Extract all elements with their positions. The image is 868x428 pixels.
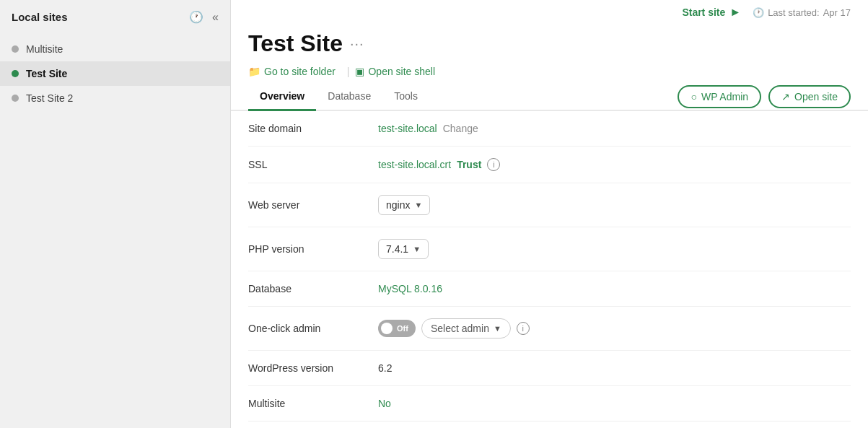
sidebar-icon-group: 🕐 « [189, 10, 219, 24]
last-started-label: Last started: [768, 7, 820, 18]
web-server-value: nginx [386, 199, 410, 211]
database-value: MySQL 8.0.16 [378, 283, 442, 294]
site-status-dot [12, 45, 19, 53]
php-version-value: 7.4.1 [386, 243, 408, 255]
field-one-click-admin: One-click admin Off Select admin ▼ i [248, 307, 851, 351]
wp-admin-button[interactable]: ○ WP Admin [678, 85, 761, 108]
open-site-button[interactable]: ↗ Open site [768, 85, 851, 108]
multisite-value-group: No [378, 398, 391, 409]
site-name: Test Site [26, 68, 67, 79]
one-click-admin-toggle[interactable]: Off [378, 320, 416, 337]
start-site-arrow-icon: ► [729, 6, 741, 19]
ssl-cert-value: test-site.local.crt [378, 159, 451, 170]
site-actions: 📁 Go to site folder | ▣ Open site shell [248, 63, 851, 80]
site-name: Test Site 2 [26, 92, 73, 104]
one-click-admin-value-group: Off Select admin ▼ i [378, 318, 530, 339]
multisite-label: Multisite [248, 398, 378, 409]
toggle-circle [381, 323, 393, 334]
tab-database[interactable]: Database [316, 83, 382, 111]
field-database: Database MySQL 8.0.16 [248, 271, 851, 307]
sidebar: Local sites 🕐 « Multisite Test Site Test… [0, 0, 231, 428]
wp-version-label: WordPress version [248, 362, 378, 374]
sidebar-item-multisite[interactable]: Multisite [0, 37, 230, 61]
start-site-label: Start site [682, 6, 725, 18]
php-label: PHP version [248, 243, 378, 255]
ssl-info-icon[interactable]: i [487, 158, 500, 171]
domain-value: test-site.local [378, 123, 437, 134]
tab-tools[interactable]: Tools [382, 83, 429, 111]
site-status-dot [12, 70, 19, 77]
field-domain: Site domain test-site.local Change [248, 111, 851, 147]
field-ssl: SSL test-site.local.crt Trust i [248, 147, 851, 183]
chevron-down-icon: ▼ [414, 201, 422, 209]
web-server-label: Web server [248, 199, 378, 211]
collapse-icon[interactable]: « [212, 11, 219, 24]
site-list: Multisite Test Site Test Site 2 [0, 34, 230, 113]
main-content: Start site ► 🕐 Last started: Apr 17 Test… [231, 0, 868, 428]
domain-value-group: test-site.local Change [378, 123, 478, 134]
database-value-group: MySQL 8.0.16 [378, 283, 442, 294]
wp-version-value: 6.2 [378, 362, 392, 374]
field-multisite: Multisite No [248, 386, 851, 422]
php-version-dropdown[interactable]: 7.4.1 ▼ [378, 239, 429, 259]
sidebar-header: Local sites 🕐 « [0, 0, 230, 34]
open-shell-label: Open site shell [368, 66, 435, 77]
wp-icon: ○ [691, 91, 696, 102]
domain-label: Site domain [248, 123, 378, 134]
site-header: Test Site ··· 📁 Go to site folder | ▣ Op… [231, 22, 868, 80]
wp-version-value-group: 6.2 [378, 362, 392, 374]
tabs: Overview Database Tools [248, 83, 429, 110]
field-web-server: Web server nginx ▼ [248, 183, 851, 227]
last-started-date: Apr 17 [823, 7, 851, 18]
ssl-label: SSL [248, 159, 378, 170]
select-admin-dropdown[interactable]: Select admin ▼ [421, 318, 511, 339]
trust-ssl-button[interactable]: Trust [457, 159, 481, 170]
change-domain-link[interactable]: Change [443, 123, 478, 134]
site-name: Multisite [26, 43, 63, 55]
start-site-button[interactable]: Start site ► [682, 6, 741, 19]
tab-action-buttons: ○ WP Admin ↗ Open site [678, 85, 851, 108]
open-shell-link[interactable]: ▣ Open site shell [355, 63, 441, 80]
database-label: Database [248, 283, 378, 294]
field-php: PHP version 7.4.1 ▼ [248, 227, 851, 271]
sidebar-item-test-site[interactable]: Test Site [0, 61, 230, 86]
overview-content: Site domain test-site.local Change SSL t… [231, 111, 868, 428]
action-divider: | [347, 66, 350, 77]
sidebar-item-test-site-2[interactable]: Test Site 2 [0, 86, 230, 110]
chevron-down-icon: ▼ [413, 245, 421, 253]
web-server-dropdown[interactable]: nginx ▼ [378, 195, 430, 215]
last-started-info: 🕐 Last started: Apr 17 [753, 7, 851, 18]
one-click-admin-info-icon[interactable]: i [517, 322, 530, 335]
php-value-group: 7.4.1 ▼ [378, 239, 429, 259]
one-click-admin-label: One-click admin [248, 323, 378, 334]
external-link-icon: ↗ [781, 91, 790, 102]
field-wp-version: WordPress version 6.2 [248, 351, 851, 386]
site-title: Test Site [248, 30, 343, 57]
sidebar-title: Local sites [12, 11, 68, 23]
ssl-value-group: test-site.local.crt Trust i [378, 158, 500, 171]
tabs-row: Overview Database Tools ○ WP Admin ↗ Ope… [231, 83, 868, 111]
site-title-row: Test Site ··· [248, 30, 851, 57]
history-icon[interactable]: 🕐 [189, 10, 203, 24]
toggle-label: Off [397, 324, 408, 333]
chevron-down-icon: ▼ [494, 324, 501, 333]
folder-icon: 📁 [248, 66, 260, 77]
go-to-folder-link[interactable]: 📁 Go to site folder [248, 63, 341, 80]
clock-icon: 🕐 [753, 7, 764, 18]
go-to-folder-label: Go to site folder [264, 66, 336, 77]
topbar: Start site ► 🕐 Last started: Apr 17 [231, 0, 868, 22]
more-options-button[interactable]: ··· [350, 35, 364, 52]
multisite-value: No [378, 398, 391, 409]
select-admin-label: Select admin [431, 323, 489, 334]
tab-overview[interactable]: Overview [248, 83, 316, 111]
web-server-value-group: nginx ▼ [378, 195, 430, 215]
terminal-icon: ▣ [355, 66, 364, 77]
site-status-dot [12, 95, 19, 102]
